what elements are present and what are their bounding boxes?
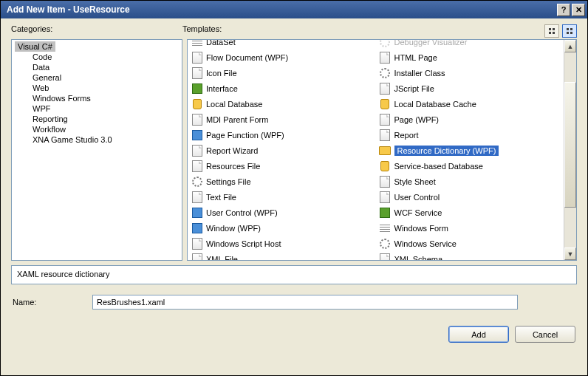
template-item[interactable]: User Control (379, 189, 561, 205)
template-item[interactable]: User Control (WPF) (191, 205, 373, 220)
page-icon (379, 51, 392, 64)
page-icon (191, 160, 203, 172)
template-item[interactable]: Window (WPF) (191, 220, 373, 236)
template-item[interactable]: Windows Form (379, 220, 561, 236)
scroll-up-button[interactable]: ▲ (564, 40, 576, 52)
template-item-label: Window (WPF) (206, 224, 261, 233)
templates-scrollbar[interactable]: ▲ ▼ (564, 40, 576, 260)
tree-item[interactable]: Data (33, 62, 182, 72)
template-item-label: MDI Parent Form (206, 115, 268, 124)
template-item-label: Page Function (WPF) (206, 131, 284, 140)
template-item[interactable]: Settings File (191, 174, 373, 189)
categories-tree[interactable]: Visual C# CodeDataGeneralWebWindows Form… (11, 39, 182, 261)
template-item-label: JScript File (394, 84, 434, 93)
page-icon (191, 51, 203, 64)
template-item-label: Settings File (206, 177, 251, 186)
template-item-label: Windows Service (394, 239, 457, 248)
template-item-label: Local Database (206, 100, 262, 109)
template-item-label: Page (WPF) (394, 115, 440, 124)
template-item-label: Resource Dictionary (WPF) (394, 146, 499, 156)
template-item-label: WCF Service (394, 208, 442, 217)
folder-icon (379, 144, 392, 157)
template-item[interactable]: HTML Page (379, 49, 561, 65)
grid-icon (379, 222, 392, 234)
page-icon (379, 82, 392, 95)
view-small-icons-button[interactable] (562, 24, 577, 38)
page-icon (379, 191, 392, 203)
template-item[interactable]: Report (379, 127, 561, 143)
tree-item[interactable]: General (33, 72, 182, 83)
template-item-label: User Control (WPF) (206, 208, 278, 217)
gear-icon (379, 237, 392, 250)
template-item[interactable]: Page (WPF) (379, 112, 561, 127)
template-item[interactable]: Interface (191, 81, 373, 96)
template-item-label: User Control (394, 193, 440, 202)
template-item[interactable]: Flow Document (WPF) (191, 49, 373, 65)
template-item[interactable]: DataSet (191, 39, 373, 49)
help-button[interactable]: ? (557, 4, 570, 16)
template-item[interactable]: Style Sheet (379, 174, 561, 189)
template-item-label: Style Sheet (394, 177, 436, 186)
template-item[interactable]: Windows Script Host (191, 236, 373, 251)
tree-root[interactable]: Visual C# (15, 41, 55, 52)
tree-item[interactable]: Reporting (33, 114, 182, 124)
template-item[interactable]: Resources File (191, 158, 373, 174)
name-label: Name: (11, 298, 85, 307)
tree-item[interactable]: Web (33, 83, 182, 93)
template-item[interactable]: Icon File (191, 65, 373, 81)
template-item-label: Icon File (206, 69, 237, 78)
close-button[interactable]: ✕ (572, 4, 585, 16)
add-button[interactable]: Add (448, 326, 509, 343)
scroll-thumb[interactable] (564, 82, 576, 208)
template-item[interactable]: Service-based Database (379, 158, 561, 174)
tree-item[interactable]: Workflow (33, 124, 182, 134)
tree-item[interactable]: Windows Forms (33, 93, 182, 103)
gear-icon (191, 175, 203, 188)
tree-item[interactable]: WPF (33, 103, 182, 114)
template-item-label: Resources File (206, 162, 260, 171)
blue-icon (191, 129, 203, 141)
blue-icon (191, 222, 203, 234)
template-item[interactable]: XML Schema (379, 251, 561, 261)
template-item[interactable]: Text File (191, 189, 373, 205)
template-item[interactable]: Windows Service (379, 236, 561, 251)
template-item[interactable]: Resource Dictionary (WPF) (379, 143, 561, 158)
template-item-label: Windows Form (394, 224, 448, 233)
page-icon (191, 237, 203, 250)
template-item-label: Service-based Database (394, 162, 483, 171)
grid-icon (191, 39, 203, 48)
tree-item[interactable]: XNA Game Studio 3.0 (33, 134, 182, 145)
template-item[interactable]: Local Database (191, 96, 373, 112)
template-item[interactable]: WCF Service (379, 205, 561, 220)
name-input[interactable] (92, 295, 518, 310)
template-item-label: Installer Class (394, 69, 445, 78)
page-icon (191, 253, 203, 261)
template-item[interactable]: Installer Class (379, 65, 561, 81)
template-item[interactable]: Page Function (WPF) (191, 127, 373, 143)
template-item[interactable]: Debugger Visualizer (379, 39, 561, 49)
template-item-label: Local Database Cache (394, 100, 476, 109)
template-item[interactable]: MDI Parent Form (191, 112, 373, 127)
scroll-down-button[interactable]: ▼ (564, 247, 576, 260)
template-item-label: Text File (206, 193, 236, 202)
template-item[interactable]: Local Database Cache (379, 96, 561, 112)
templates-list[interactable]: DataSetFlow Document (WPF)Icon FileInter… (187, 39, 577, 261)
cancel-button[interactable]: Cancel (515, 326, 575, 343)
template-item-label: HTML Page (394, 53, 437, 62)
tree-item[interactable]: Code (33, 52, 182, 62)
view-large-icons-button[interactable] (544, 24, 559, 38)
template-item[interactable]: JScript File (379, 81, 561, 96)
page-icon (379, 253, 392, 261)
page-icon (191, 113, 203, 126)
page-icon (379, 175, 392, 188)
description-box: XAML resource dictionary (11, 265, 577, 284)
template-item-label: Interface (206, 84, 238, 93)
gear-icon (379, 66, 392, 79)
window-title: Add New Item - UseResource (7, 4, 555, 15)
green-icon (191, 82, 203, 95)
template-item-label: Report (394, 131, 419, 140)
template-item[interactable]: Report Wizard (191, 143, 373, 158)
template-item[interactable]: XML File (191, 251, 373, 261)
blue-icon (191, 206, 203, 219)
db-icon (191, 98, 203, 110)
